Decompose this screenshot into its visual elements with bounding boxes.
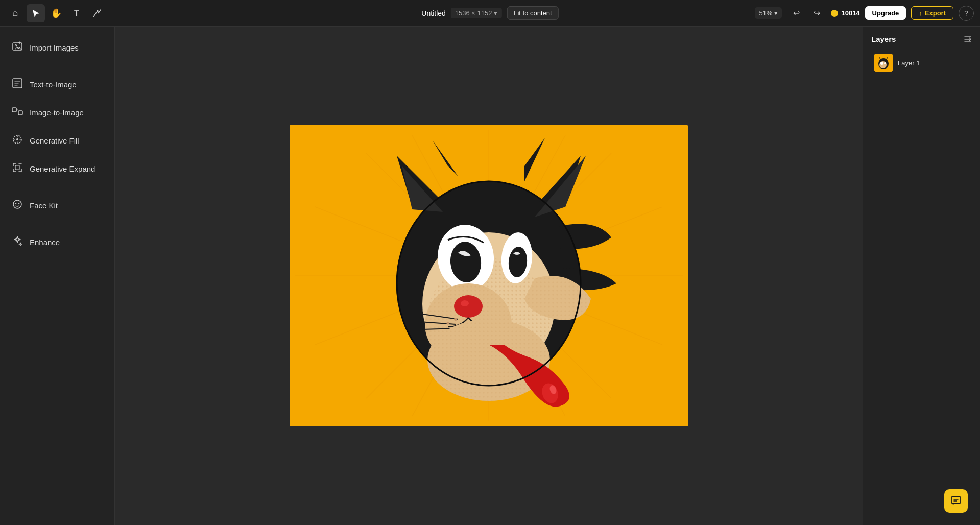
layers-expand-button[interactable]: [964, 35, 972, 43]
layer-item[interactable]: Layer 1: [867, 50, 976, 76]
chevron-down-icon: ▾: [774, 9, 778, 17]
canvas-area[interactable]: [115, 27, 863, 525]
generative-fill-icon: [11, 134, 23, 148]
sidebar-item-generative-fill[interactable]: Generative Fill: [4, 128, 110, 154]
undo-redo-group: ↩ ↪: [787, 4, 826, 22]
image-to-image-icon: [11, 106, 23, 120]
zoom-control[interactable]: 51% ▾: [755, 7, 782, 19]
export-button[interactable]: ↑ Export: [911, 6, 953, 20]
sidebar-item-import-images[interactable]: Import Images: [4, 35, 110, 61]
topbar-right: 51% ▾ ↩ ↪ 10014 Upgrade ↑ Export ?: [755, 4, 974, 22]
coins-display: 10014: [831, 9, 859, 17]
sidebar-item-image-to-image[interactable]: Image-to-Image: [4, 100, 110, 126]
svg-point-11: [18, 203, 19, 204]
layer-thumbnail: [874, 54, 893, 72]
topbar-left: ⌂ ✋ T: [6, 4, 106, 22]
sidebar-divider-3: [8, 224, 106, 224]
help-button[interactable]: ?: [959, 6, 974, 21]
doc-size[interactable]: 1536 × 1152 ▾: [451, 8, 502, 18]
generative-expand-icon: [11, 162, 23, 176]
chevron-down-icon: ▾: [494, 9, 497, 17]
sidebar-item-label: Generative Expand: [30, 164, 95, 173]
export-icon: ↑: [919, 9, 922, 17]
layer-name: Layer 1: [898, 59, 920, 67]
enhance-icon: [11, 235, 23, 249]
sidebar-item-label: Enhance: [30, 238, 60, 247]
svg-point-2: [15, 45, 17, 46]
sidebar-divider-2: [8, 187, 106, 187]
sidebar-item-label: Face Kit: [30, 201, 58, 210]
topbar-center: Untitled 1536 × 1152 ▾ Fit to content: [421, 6, 558, 20]
face-kit-icon: [11, 199, 23, 212]
svg-point-56: [884, 62, 886, 64]
coin-icon: [831, 10, 838, 17]
doc-title: Untitled: [421, 9, 445, 17]
chat-fab-button[interactable]: [944, 489, 968, 513]
svg-point-7: [16, 138, 18, 140]
canvas-content: [290, 125, 688, 426]
sidebar-item-generative-expand[interactable]: Generative Expand: [4, 156, 110, 182]
sidebar-divider-1: [8, 66, 106, 66]
layers-header: Layers: [863, 27, 980, 49]
sidebar-item-label: Text-to-Image: [30, 80, 77, 89]
svg-rect-8: [15, 165, 19, 170]
svg-rect-4: [12, 108, 16, 112]
home-button[interactable]: ⌂: [6, 4, 25, 22]
svg-point-44: [454, 318, 457, 321]
svg-point-0: [97, 10, 99, 11]
pan-tool[interactable]: ✋: [47, 4, 65, 22]
sidebar-item-enhance[interactable]: Enhance: [4, 229, 110, 255]
svg-point-45: [447, 322, 449, 325]
text-to-image-icon: [11, 78, 23, 91]
magic-tool[interactable]: [88, 4, 106, 22]
fit-to-content-button[interactable]: Fit to content: [507, 6, 558, 20]
svg-point-40: [461, 300, 469, 306]
sidebar-item-text-to-image[interactable]: Text-to-Image: [4, 71, 110, 98]
svg-rect-5: [18, 111, 22, 115]
svg-point-55: [880, 62, 883, 65]
svg-point-10: [15, 203, 16, 204]
sidebar-item-label: Generative Fill: [30, 136, 79, 145]
upgrade-button[interactable]: Upgrade: [865, 6, 906, 20]
text-tool[interactable]: T: [67, 4, 86, 22]
topbar: ⌂ ✋ T Untitled 1536 × 1152 ▾ Fit to cont…: [0, 0, 980, 27]
main-area: Import Images Text-to-Image Image-to-Ima…: [0, 27, 980, 525]
sidebar-item-label: Import Images: [30, 43, 79, 52]
layers-title: Layers: [871, 35, 896, 43]
svg-point-39: [454, 295, 483, 318]
right-panel: Layers La: [863, 27, 980, 525]
sidebar-item-face-kit[interactable]: Face Kit: [4, 193, 110, 219]
redo-button[interactable]: ↪: [807, 4, 826, 22]
undo-button[interactable]: ↩: [787, 4, 805, 22]
svg-point-9: [13, 200, 21, 208]
import-images-icon: [11, 41, 23, 55]
left-sidebar: Import Images Text-to-Image Image-to-Ima…: [0, 27, 115, 525]
select-tool[interactable]: [27, 4, 45, 22]
sidebar-item-label: Image-to-Image: [30, 108, 84, 117]
